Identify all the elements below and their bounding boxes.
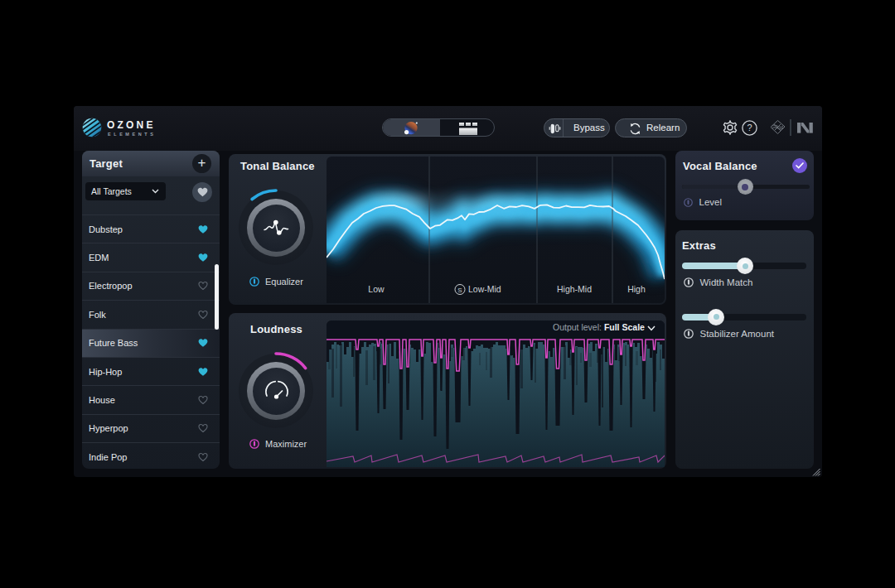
svg-text:High-Mid: High-Mid: [557, 284, 592, 294]
svg-text:Low-Mid: Low-Mid: [468, 284, 501, 294]
svg-text:High: High: [627, 284, 646, 294]
svg-text:?: ?: [747, 123, 752, 133]
svg-text:S: S: [457, 287, 462, 294]
svg-text:Low: Low: [368, 284, 385, 294]
